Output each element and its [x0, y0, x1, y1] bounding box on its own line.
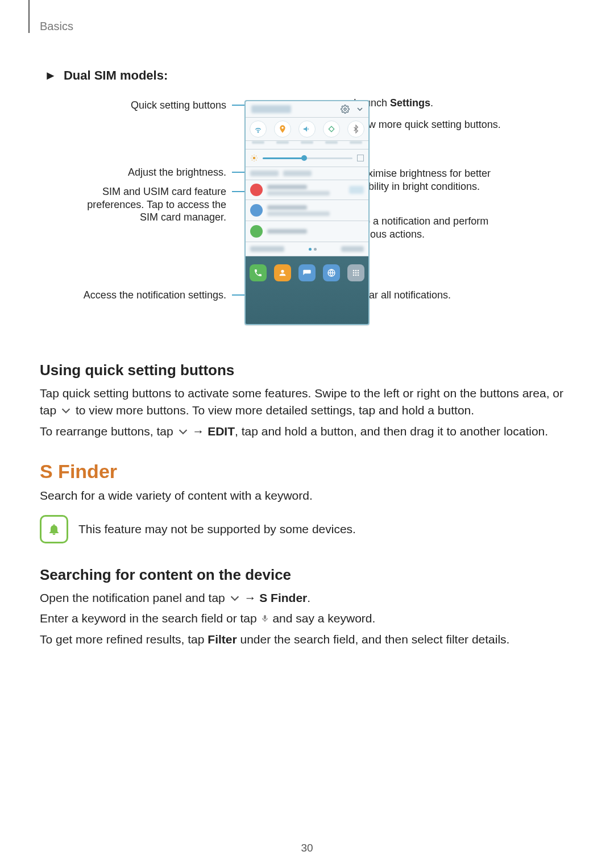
app-dot-icon	[250, 204, 263, 217]
page: Basics ► Dual SIM models: Quick setting …	[0, 0, 614, 868]
page-dots	[309, 248, 317, 251]
callout-brightness: Adjust the brightness.	[128, 166, 226, 179]
chevron-down-icon[interactable]	[355, 104, 365, 114]
sfinder-intro: Search for a wide variety of content wit…	[40, 487, 574, 504]
messages-app-icon[interactable]	[298, 264, 316, 281]
svg-point-1	[258, 132, 258, 132]
svg-point-19	[353, 275, 355, 276]
dual-sim-title: Dual SIM models	[64, 68, 164, 82]
search-content-p2: Enter a keyword in the search field or t…	[40, 610, 574, 627]
svg-point-3	[253, 157, 256, 160]
using-qs-heading: Using quick setting buttons	[40, 362, 574, 379]
svg-point-0	[344, 108, 346, 110]
bluetooth-icon[interactable]	[347, 121, 364, 138]
note-block: This feature may not be supported by som…	[40, 515, 574, 543]
apps-drawer-icon[interactable]	[347, 264, 364, 281]
gear-icon[interactable]	[340, 104, 350, 114]
callout-max-brightness: Maximise brightness for better visibilit…	[354, 167, 524, 193]
sim-row[interactable]	[246, 167, 368, 180]
browser-app-icon[interactable]	[323, 264, 340, 281]
app-dot-icon	[250, 184, 263, 196]
notification-panel-diagram: Quick setting buttons Adjust the brightn…	[40, 89, 574, 339]
search-content-p1: Open the notification panel and tap → S …	[40, 589, 574, 607]
svg-point-16	[353, 272, 355, 274]
sound-icon[interactable]	[298, 121, 316, 138]
callout-sim: SIM and USIM card feature preferences. T…	[76, 185, 226, 224]
location-icon[interactable]	[274, 121, 291, 138]
phone-app-icon[interactable]	[250, 264, 267, 281]
callout-quick-settings: Quick setting buttons	[131, 99, 226, 112]
panel-topbar	[246, 101, 368, 118]
outdoor-checkbox[interactable]	[357, 155, 364, 161]
dock	[246, 256, 368, 289]
action-chip[interactable]	[349, 186, 364, 194]
brightness-row	[246, 149, 368, 167]
contacts-app-icon[interactable]	[274, 264, 291, 281]
using-qs-p1: Tap quick setting buttons to activate so…	[40, 385, 574, 420]
note-text: This feature may not be supported by som…	[78, 521, 356, 538]
svg-point-15	[358, 270, 359, 272]
brightness-slider[interactable]	[263, 157, 352, 159]
time-blur	[251, 105, 291, 113]
notification-item[interactable]	[246, 221, 368, 242]
rotate-icon[interactable]	[323, 121, 340, 138]
svg-line-9	[256, 160, 256, 160]
svg-line-11	[256, 156, 256, 156]
chevron-down-icon	[60, 404, 72, 417]
notification-text	[267, 185, 330, 196]
svg-point-18	[358, 272, 359, 274]
svg-rect-2	[329, 126, 334, 131]
page-number: 30	[0, 842, 614, 854]
notification-text	[267, 205, 330, 216]
dual-sim-heading: ► Dual SIM models:	[44, 68, 574, 83]
section-label: Basics	[40, 20, 73, 33]
bell-icon	[40, 515, 68, 543]
notif-settings-label[interactable]	[250, 246, 284, 252]
quick-settings-row	[246, 118, 368, 141]
sun-icon	[250, 154, 258, 162]
notification-item[interactable]	[246, 200, 368, 221]
using-qs-p2: To rearrange buttons, tap → EDIT, tap an…	[40, 423, 574, 440]
search-content-heading: Searching for content on the device	[40, 566, 574, 584]
callout-notif-settings: Access the notification settings.	[84, 289, 226, 302]
svg-point-13	[353, 270, 355, 272]
triangle-marker-icon: ►	[44, 68, 57, 83]
side-rule	[28, 0, 30, 33]
clear-label[interactable]	[341, 246, 364, 252]
svg-line-10	[252, 160, 252, 160]
svg-point-21	[358, 275, 359, 276]
search-content-p3: To get more refined results, tap Filter …	[40, 631, 574, 648]
chevron-down-icon	[177, 425, 189, 438]
svg-line-8	[252, 156, 252, 156]
sfinder-heading: S Finder	[40, 460, 574, 483]
app-dot-icon	[250, 225, 263, 238]
svg-point-14	[355, 270, 357, 272]
notification-text	[267, 229, 307, 234]
callout-more-qs: View more quick setting buttons.	[354, 118, 501, 131]
notification-item[interactable]	[246, 180, 368, 200]
svg-point-17	[355, 272, 357, 274]
svg-point-20	[355, 275, 357, 276]
mic-icon	[260, 611, 269, 621]
phone-mock	[244, 100, 370, 325]
chevron-down-icon	[229, 592, 241, 604]
quick-settings-labels	[246, 141, 368, 149]
wifi-icon[interactable]	[250, 121, 267, 138]
callout-tap-notif: Tap a notification and perform various a…	[354, 215, 524, 240]
panel-footer	[246, 242, 368, 256]
